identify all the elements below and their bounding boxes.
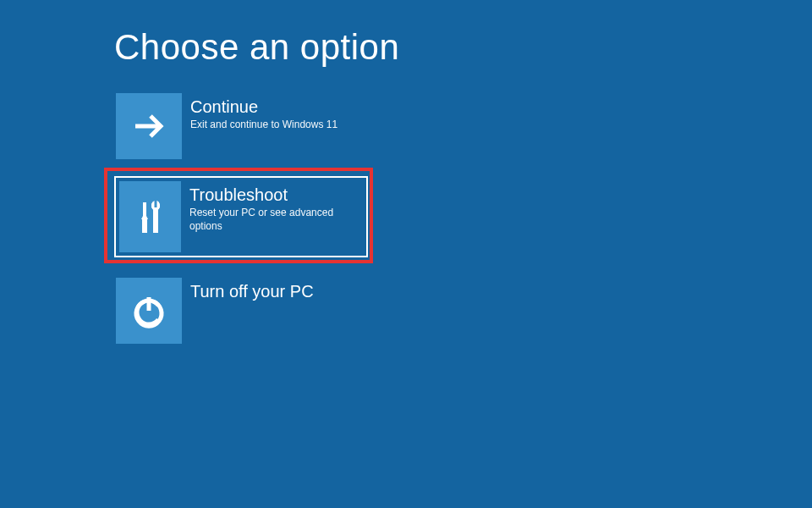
option-turnoff-text: Turn off your PC [182,278,366,303]
option-troubleshoot-wrapper: Troubleshoot Reset your PC or see advanc… [114,176,812,257]
option-turnoff-wrapper: Turn off your PC [114,276,812,345]
option-turnoff-title: Turn off your PC [190,281,366,301]
option-turnoff-button[interactable]: Turn off your PC [114,276,368,345]
option-continue-text: Continue Exit and continue to Windows 11 [182,93,366,132]
svg-rect-2 [142,219,147,233]
arrow-right-icon [116,93,182,159]
recovery-options-screen: Choose an option Continue Exit and conti… [0,0,812,345]
option-troubleshoot-button[interactable]: Troubleshoot Reset your PC or see advanc… [114,176,368,257]
svg-rect-3 [154,200,156,207]
svg-rect-0 [143,202,146,216]
option-troubleshoot-text: Troubleshoot Reset your PC or see advanc… [181,181,363,233]
option-troubleshoot-title: Troubleshoot [189,185,363,205]
option-troubleshoot-subtitle: Reset your PC or see advanced options [189,207,363,233]
option-continue-button[interactable]: Continue Exit and continue to Windows 11 [114,91,368,161]
option-continue-subtitle: Exit and continue to Windows 11 [190,119,366,132]
tools-icon [119,181,181,252]
svg-marker-1 [141,216,148,219]
option-continue-title: Continue [190,97,366,117]
power-icon [116,278,182,344]
option-continue-wrapper: Continue Exit and continue to Windows 11 [114,91,812,161]
page-title: Choose an option [114,27,812,68]
